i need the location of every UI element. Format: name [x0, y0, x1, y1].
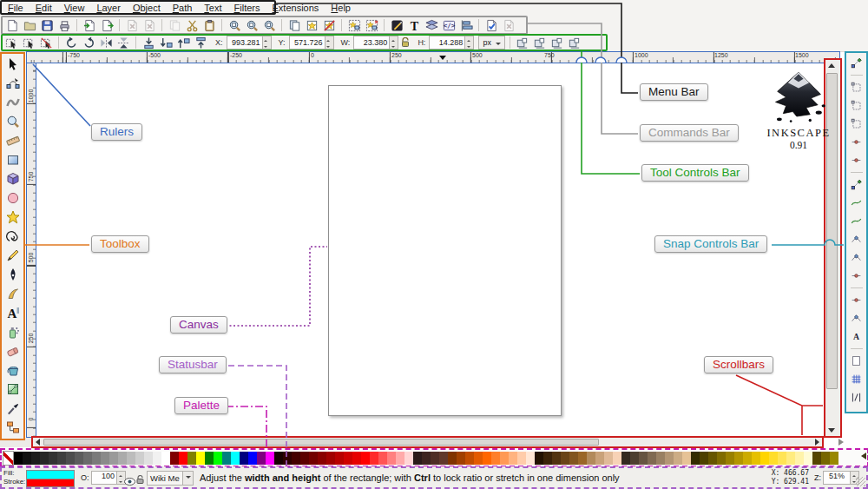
snap-bounding-box-button[interactable]	[849, 80, 865, 95]
palette-swatch[interactable]	[196, 452, 205, 465]
palette-swatch[interactable]	[335, 452, 344, 465]
lock-ratio-icon[interactable]	[401, 37, 410, 48]
snap-cusp-nodes-button[interactable]	[849, 232, 865, 247]
snap-path-intersections-button[interactable]	[849, 214, 865, 228]
palette-swatch[interactable]	[431, 452, 439, 465]
palette-swatch[interactable]	[187, 452, 196, 465]
resize-grip[interactable]	[856, 477, 865, 486]
zoom-to-page-button[interactable]	[261, 18, 277, 33]
layer-visibility-eye-icon[interactable]	[124, 473, 135, 489]
align-distribute-button[interactable]	[458, 18, 474, 33]
select-all-button[interactable]	[3, 36, 19, 50]
palette-swatch[interactable]	[274, 452, 283, 465]
lower-one-step-button[interactable]	[158, 36, 174, 50]
palette-swatch[interactable]	[587, 452, 595, 465]
cut-button[interactable]	[184, 18, 200, 33]
layer-select[interactable]: Wiki Me	[147, 471, 194, 486]
palette-swatch[interactable]	[214, 452, 222, 465]
menu-filters[interactable]: Filters	[228, 2, 266, 14]
palette-swatch[interactable]	[283, 452, 292, 465]
palette-swatch[interactable]	[448, 452, 457, 465]
palette-swatch[interactable]	[352, 452, 361, 465]
palette-swatch[interactable]	[92, 452, 101, 465]
palette-swatch[interactable]	[509, 452, 517, 465]
palette-swatch[interactable]	[144, 452, 153, 465]
spiral-tool-button[interactable]	[5, 228, 21, 243]
palette-swatch[interactable]	[795, 452, 804, 465]
palette-swatch[interactable]	[135, 452, 144, 465]
palette-swatch[interactable]	[604, 452, 613, 465]
zoom-field[interactable]: 51%	[823, 471, 859, 485]
palette-swatch[interactable]	[830, 452, 838, 465]
palette-swatch[interactable]	[66, 452, 75, 465]
palette-swatch[interactable]	[821, 452, 830, 465]
palette-swatch[interactable]	[457, 452, 465, 465]
snap-line-midpoints-button[interactable]	[849, 268, 865, 283]
connector-tool-button[interactable]	[5, 420, 21, 434]
stroke-color-swatch[interactable]	[26, 479, 75, 487]
flip-vertical-button[interactable]	[115, 36, 131, 50]
tweak-tool-button[interactable]	[5, 95, 21, 109]
import-bitmap-button[interactable]	[82, 18, 97, 33]
unlink-clone-button[interactable]	[321, 18, 337, 33]
palette-swatch[interactable]	[101, 452, 109, 465]
palette-swatch[interactable]	[483, 452, 491, 465]
palette-swatch[interactable]	[309, 452, 318, 465]
scroll-down-icon[interactable]	[828, 428, 835, 433]
ungroup-objects-button[interactable]	[364, 18, 379, 33]
palette-swatch[interactable]	[361, 452, 370, 465]
document-properties-button[interactable]	[501, 18, 516, 33]
palette-swatch[interactable]	[83, 452, 92, 465]
palette-swatch[interactable]	[630, 452, 639, 465]
opacity-field[interactable]: 100	[91, 471, 126, 485]
rectangle-tool-button[interactable]	[5, 152, 21, 167]
palette-swatch[interactable]	[14, 452, 23, 465]
palette-swatch[interactable]	[595, 452, 604, 465]
palette-swatch[interactable]	[613, 452, 621, 465]
snap-object-centers-button[interactable]	[849, 293, 865, 307]
menu-layer[interactable]: Layer	[90, 2, 127, 14]
w-spinner[interactable]	[389, 36, 398, 49]
horizontal-scrollbar[interactable]	[31, 436, 824, 448]
move-gradients-toggle-button[interactable]	[549, 36, 565, 50]
h-spinner[interactable]	[464, 36, 473, 49]
palette-swatch[interactable]	[378, 452, 387, 465]
raise-one-step-button[interactable]	[175, 36, 191, 50]
pencil-tool-button[interactable]	[5, 248, 21, 262]
y-field[interactable]: 571.726	[289, 36, 334, 50]
x-field[interactable]: 993.281	[227, 36, 272, 50]
palette-swatch[interactable]	[691, 452, 700, 465]
ellipse-tool-button[interactable]	[5, 190, 21, 205]
palette-swatch[interactable]	[57, 452, 66, 465]
palette-swatch[interactable]	[170, 452, 179, 465]
palette-swatch[interactable]	[648, 452, 656, 465]
calligraphy-tool-button[interactable]	[5, 286, 21, 301]
palette-swatch[interactable]	[222, 452, 231, 465]
star-tool-button[interactable]	[5, 209, 21, 224]
palette-swatch[interactable]	[153, 452, 161, 465]
xml-editor-button[interactable]	[441, 18, 457, 33]
snap-guides-button[interactable]	[849, 390, 865, 405]
unit-select[interactable]: px	[478, 36, 505, 50]
menu-edit[interactable]: Edit	[30, 2, 58, 14]
measure-tool-button[interactable]	[5, 133, 21, 148]
spray-tool-button[interactable]	[5, 324, 21, 339]
palette-swatch[interactable]	[318, 452, 326, 465]
palette-swatch[interactable]	[665, 452, 674, 465]
palette-swatch[interactable]	[752, 452, 760, 465]
redo-button[interactable]	[141, 18, 157, 33]
palette-swatch[interactable]	[700, 452, 708, 465]
palette-swatch[interactable]	[344, 452, 352, 465]
palette-swatch[interactable]	[439, 452, 448, 465]
palette-swatch-none[interactable]	[3, 451, 14, 466]
palette-swatch[interactable]	[248, 452, 257, 465]
menu-extensions[interactable]: Extensions	[266, 2, 326, 14]
palette-scroll-icon[interactable]	[838, 439, 847, 446]
snap-smooth-nodes-button[interactable]	[849, 250, 865, 265]
palette-swatch[interactable]	[292, 452, 300, 465]
snap-enable-button[interactable]	[849, 56, 865, 70]
palette-swatch[interactable]	[231, 452, 240, 465]
snap-bbox-corners-button[interactable]	[849, 116, 865, 131]
eraser-tool-button[interactable]	[5, 343, 21, 358]
palette-swatch[interactable]	[49, 452, 57, 465]
